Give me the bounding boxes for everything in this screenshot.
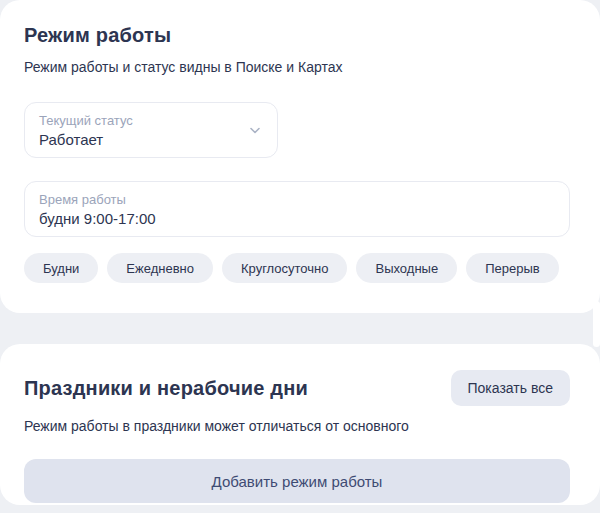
working-hours-label: Время работы: [39, 191, 555, 208]
holidays-title: Праздники и нерабочие дни: [24, 377, 308, 400]
holidays-card: Праздники и нерабочие дни Показать все Р…: [0, 344, 600, 505]
working-hours-input[interactable]: [39, 209, 555, 229]
chip-around-clock[interactable]: Круглосуточно: [222, 253, 348, 283]
show-all-button[interactable]: Показать все: [451, 370, 570, 406]
current-status-label: Текущий статус: [39, 112, 263, 129]
current-status-select[interactable]: Текущий статус Работает: [24, 102, 278, 158]
holidays-subtitle: Режим работы в праздники может отличатьс…: [24, 418, 570, 434]
chip-break[interactable]: Перерыв: [466, 253, 559, 283]
schedule-chip-row: Будни Ежедневно Круглосуточно Выходные П…: [24, 253, 570, 283]
add-schedule-button[interactable]: Добавить режим работы: [24, 459, 570, 503]
chip-weekdays[interactable]: Будни: [24, 253, 98, 283]
chip-weekends[interactable]: Выходные: [356, 253, 457, 283]
scrollbar-thumb[interactable]: [593, 301, 600, 347]
page-title: Режим работы: [24, 24, 570, 47]
chevron-down-icon: [247, 122, 263, 138]
current-status-value: Работает: [39, 130, 263, 150]
chip-daily[interactable]: Ежедневно: [107, 253, 213, 283]
work-schedule-card: Режим работы Режим работы и статус видны…: [0, 0, 600, 313]
holidays-header: Праздники и нерабочие дни Показать все: [24, 370, 570, 406]
working-hours-field[interactable]: Время работы: [24, 181, 570, 237]
schedule-subtitle: Режим работы и статус видны в Поиске и К…: [24, 59, 570, 75]
